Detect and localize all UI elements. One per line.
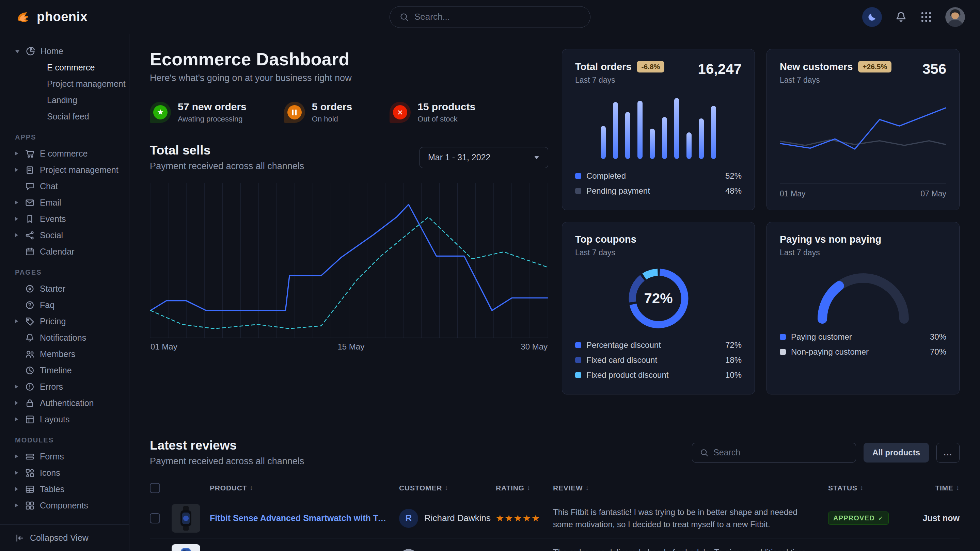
sidebar-item-tables[interactable]: Tables [0,481,129,497]
sidebar-item-home[interactable]: Home [0,43,129,59]
apps-grid-button[interactable] [920,11,932,23]
status-badge: APPROVED✓ [828,511,889,525]
product-image [172,544,200,551]
sidebar-item-timeline[interactable]: Timeline [0,362,129,378]
components-icon [25,501,35,510]
global-search[interactable] [390,6,590,28]
legend-swatch [575,342,581,348]
sidebar-item-errors[interactable]: Errors [0,378,129,395]
question-icon [25,300,35,310]
caret-right-icon [15,417,20,421]
users-icon [25,349,35,359]
clock-icon [25,365,35,375]
paying-legend: Paying customer30%Non-paying customer70% [780,329,946,359]
sidebar-item-calendar[interactable]: Calendar [0,243,129,260]
bar [650,129,655,159]
column-header-rating[interactable]: RATING↕ [496,484,553,492]
sidebar-item-icons[interactable]: Icons [0,465,129,481]
column-header-time[interactable]: TIME↕ [908,484,959,492]
sidebar-item-members[interactable]: Members [0,346,129,362]
card-period: Last 7 days [575,248,636,257]
star-filled-icon: ★ [514,513,522,524]
reviews-search-input[interactable] [713,448,848,457]
date-range-select[interactable]: Mar 1 - 31, 2022 [420,147,548,168]
legend-item: Non-paying customer70% [780,345,946,359]
column-header-customer[interactable]: CUSTOMER↕ [399,484,496,492]
row-checkbox[interactable] [150,513,160,524]
page-title: Ecommerce Dashboard [150,49,548,70]
brand[interactable]: phoenix [15,9,88,25]
stats-row: ★ 57 new ordersAwating processing 5 orde… [150,101,548,124]
review-text: This Fitbit is fantastic! I was trying t… [553,506,826,530]
sidebar-item-authentication[interactable]: Authentication [0,395,129,411]
sidebar-item-faq[interactable]: Faq [0,297,129,313]
sidebar-item-forms[interactable]: Forms [0,448,129,465]
cart-icon [25,149,35,159]
sidebar-item-starter[interactable]: Starter [0,280,129,297]
sidebar-item-e-commerce[interactable]: E commerce [0,145,129,162]
search-input[interactable] [414,11,581,22]
coupons-legend: Percentage discount72%Fixed card discoun… [575,338,741,383]
customer-name: Richard Dawkins [424,513,491,524]
sidebar-item-layouts[interactable]: Layouts [0,411,129,427]
sidebar-item-pricing[interactable]: Pricing [0,313,129,329]
caret-down-icon [15,50,20,53]
sidebar-section-label: PAGES [0,260,129,280]
page-subtitle: Here's what's going on at your business … [150,73,548,83]
caret-right-icon [15,233,20,237]
sidebar-item-email[interactable]: Email [0,194,129,211]
caret-right-icon [15,503,20,507]
user-avatar[interactable] [945,7,965,27]
sidebar-item-landing[interactable]: Landing [0,92,129,108]
reviews-search[interactable] [692,443,856,462]
caret-right-icon [15,217,20,221]
x-tick: 15 May [337,342,364,352]
error-icon [25,382,35,392]
total-orders-value: 16,247 [698,61,741,77]
orders-bar-chart [578,95,739,159]
total-sells-chart [150,183,548,338]
column-header-status[interactable]: STATUS↕ [828,484,908,492]
column-header-review[interactable]: REVIEW↕ [553,484,828,492]
envelope-icon [25,198,35,208]
collapse-view-button[interactable]: Collapsed View [0,524,129,551]
sidebar-item-components[interactable]: Components [0,497,129,514]
customer-avatar: R [399,509,418,528]
collapse-icon [15,533,24,543]
legend-swatch [575,173,581,179]
top-coupons-card: Top coupons Last 7 days 72% Percentage d… [562,222,755,394]
table-row: Fitbit Sense Advanced Smartwatch with To… [150,498,959,538]
new-customers-line-chart [780,95,946,156]
sidebar-item-project-management[interactable]: Project management [0,76,129,92]
sidebar-item-social-feed[interactable]: Social feed [0,108,129,125]
sidebar-item-notifications[interactable]: Notifications [0,329,129,346]
caret-right-icon [15,200,20,205]
stat-item: 5 ordersOn hold [284,101,352,124]
bar [699,118,704,159]
product-link[interactable]: Fitbit Sense Advanced Smartwatch with To… [210,513,399,523]
table-body: Fitbit Sense Advanced Smartwatch with To… [150,498,959,551]
reviews-table: PRODUCT↕CUSTOMER↕RATING↕REVIEW↕STATUS↕TI… [150,478,959,551]
theme-toggle-button[interactable] [862,7,882,27]
sidebar-item-events[interactable]: Events [0,211,129,227]
column-header-product[interactable]: PRODUCT↕ [210,484,399,492]
bar [613,102,618,159]
bar [601,126,606,159]
circle-icon [25,284,35,294]
rating-stars: ★★★★★ [496,513,553,524]
sidebar-item-project-management[interactable]: Project management [0,162,129,178]
sort-icon: ↕ [956,484,959,492]
bar [674,98,679,159]
phoenix-logo-icon [15,9,31,25]
select-all-checkbox[interactable] [150,483,160,493]
sidebar-item-chat[interactable]: Chat [0,178,129,194]
caret-right-icon [15,401,20,405]
all-products-button[interactable]: All products [864,443,929,462]
icons-icon [25,468,35,478]
sidebar-item-social[interactable]: Social [0,227,129,243]
more-options-button[interactable]: ... [936,443,959,462]
trend-badge: +26.5% [858,61,891,73]
notifications-button[interactable] [895,11,907,23]
sidebar-item-e-commerce[interactable]: E commerce [0,59,129,76]
grid-icon [920,11,932,23]
